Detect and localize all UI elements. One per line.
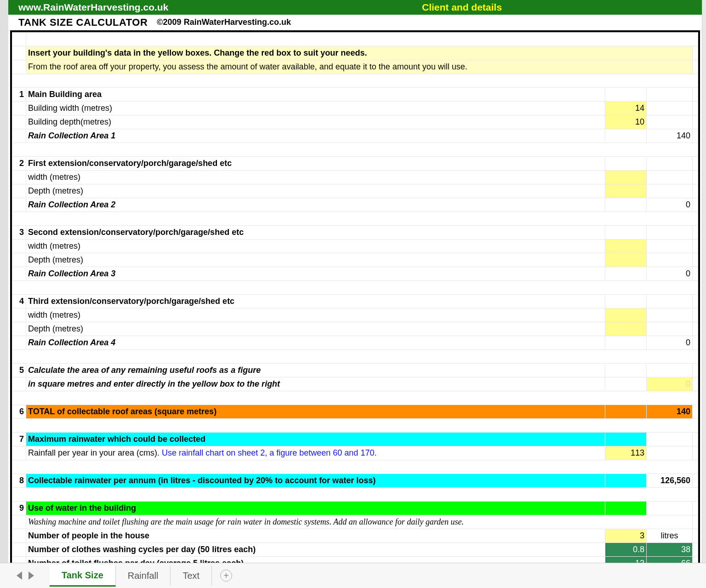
row-gutter <box>0 0 8 563</box>
s5-line2: in square metres and enter directly in t… <box>26 377 605 391</box>
s7-title: Maximum rainwater which could be collect… <box>26 433 605 446</box>
s2-area-value: 0 <box>647 198 693 212</box>
section-2-num: 2 <box>12 157 26 171</box>
header-url: www.RainWaterHarvesting.co.uk <box>18 2 168 13</box>
title-row: TANK SIZE CALCULATOR ©2009 RainWaterHarv… <box>8 15 702 30</box>
section-7-num: 7 <box>12 433 26 446</box>
section-3-num: 3 <box>12 226 26 240</box>
section-2-title: First extension/conservatory/porch/garag… <box>26 157 605 171</box>
instruction-line-2: From the roof area off your property, yo… <box>26 60 693 74</box>
s9-wash-litres: 38 <box>647 543 693 557</box>
s2-depth-label: Depth (metres) <box>26 184 605 198</box>
s7-rain-row: Rainfall per year in your area (cms). Us… <box>26 446 605 460</box>
section-3-title: Second extension/conservatory/porch/gara… <box>26 226 605 240</box>
calculator-title: TANK SIZE CALCULATOR <box>18 17 148 29</box>
s3-area-value: 0 <box>647 267 693 281</box>
s8-value: 126,560 <box>647 474 693 488</box>
vertical-scrollbar[interactable] <box>702 0 706 563</box>
s9-wash-label: Number of clothes washing cycles per day… <box>26 543 605 557</box>
s4-width-input[interactable] <box>605 308 647 322</box>
s5-remain-input[interactable]: 0 <box>647 377 693 391</box>
s4-area-value: 0 <box>647 336 693 350</box>
s5-line1: Calculate the area of any remaining usef… <box>26 364 605 377</box>
tab-scroll-left-icon[interactable] <box>17 571 22 580</box>
section-5-num: 5 <box>12 364 26 377</box>
s3-area-label: Rain Collection Area 3 <box>26 267 605 281</box>
section-6-num: 6 <box>12 405 26 419</box>
s9-title: Use of water in the building <box>26 502 605 515</box>
s7-rain-label: Rainfall per year in your area (cms). <box>28 448 162 457</box>
s4-depth-label: Depth (metres) <box>26 322 605 336</box>
s9-litres-label: litres <box>647 529 693 543</box>
section-8-num: 8 <box>12 474 26 488</box>
s3-width-label: width (metres) <box>26 240 605 253</box>
tab-tank-size[interactable]: Tank Size <box>50 565 116 587</box>
client-details-label: Client and details <box>422 2 502 13</box>
s1-width-input[interactable]: 14 <box>605 102 647 115</box>
s2-depth-input[interactable] <box>605 184 647 198</box>
s1-area-value: 140 <box>647 129 693 143</box>
s4-area-label: Rain Collection Area 4 <box>26 336 605 350</box>
section-1-num: 1 <box>12 88 26 102</box>
header-banner: www.RainWaterHarvesting.co.uk Client and… <box>8 0 702 15</box>
s7-rain-input[interactable]: 113 <box>605 446 647 460</box>
section-9-num: 9 <box>12 502 26 515</box>
tab-text[interactable]: Text <box>171 566 212 586</box>
s2-width-input[interactable] <box>605 171 647 184</box>
tab-scroll-right-icon[interactable] <box>28 571 34 580</box>
instruction-line-1: Insert your building's data in the yello… <box>26 46 693 60</box>
s2-area-label: Rain Collection Area 2 <box>26 198 605 212</box>
s9-people-input[interactable]: 3 <box>605 529 647 543</box>
sheet-tabs-bar: Tank Size Rainfall Text + <box>0 563 706 588</box>
s3-depth-label: Depth (metres) <box>26 253 605 267</box>
s7-rain-hint: Use rainfall chart on sheet 2, a figure … <box>162 448 376 457</box>
s4-width-label: width (metres) <box>26 308 605 322</box>
s8-title: Collectable rainwater per annum (in litr… <box>26 474 605 488</box>
s2-width-label: width (metres) <box>26 171 605 184</box>
section-4-num: 4 <box>12 295 26 308</box>
s4-depth-input[interactable] <box>605 322 647 336</box>
s1-area-label: Rain Collection Area 1 <box>26 129 605 143</box>
section-1-title: Main Building area <box>26 88 605 102</box>
s9-people-label: Number of people in the house <box>26 529 605 543</box>
tab-rainfall[interactable]: Rainfall <box>116 566 171 586</box>
section-4-title: Third extension/conservatory/porch/garag… <box>26 295 605 308</box>
copyright: ©2009 RainWaterHarvesting.co.uk <box>157 17 291 27</box>
s1-depth-label: Building depth(metres) <box>26 115 605 129</box>
s1-width-label: Building width (metres) <box>26 102 605 115</box>
s6-total-value: 140 <box>647 405 693 419</box>
s1-depth-input[interactable]: 10 <box>605 115 647 129</box>
add-sheet-button[interactable]: + <box>220 570 232 582</box>
s6-title: TOTAL of collectable roof areas (square … <box>26 405 605 419</box>
s9-wash-input[interactable]: 0.8 <box>605 543 647 557</box>
s3-depth-input[interactable] <box>605 253 647 267</box>
s9-note: Washing machine and toilet flushing are … <box>26 515 693 529</box>
s3-width-input[interactable] <box>605 240 647 253</box>
